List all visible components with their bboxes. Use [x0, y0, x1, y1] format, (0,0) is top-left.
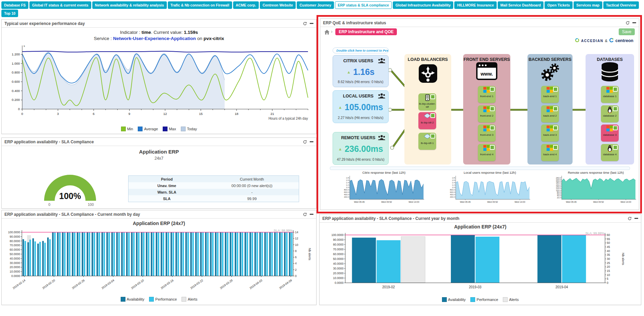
svg-text:1.200: 1.200 — [12, 52, 20, 56]
month-chart-legend: AvailabilityPerformanceAlerts — [2, 297, 316, 302]
tab[interactable]: ACME corp. — [233, 1, 259, 9]
svg-text:15: 15 — [607, 269, 610, 273]
infra-node[interactable]: database 3 — [601, 124, 619, 142]
tab[interactable]: Global IT status & current events — [29, 1, 91, 9]
refresh-icon[interactable] — [303, 22, 307, 26]
column-title: FRONT END SERVERS — [463, 54, 510, 62]
panel-body: Application ERP (24x7) 2019-022019-03201… — [320, 223, 641, 305]
tab[interactable]: Open Tickets — [545, 1, 573, 9]
service-link[interactable]: Network-User-Experience-Application — [113, 36, 196, 41]
status-ok-icon — [553, 145, 558, 150]
minimize-icon[interactable] — [310, 23, 313, 24]
infra-node[interactable]: lb-bip-idf-2 — [418, 112, 436, 129]
minimize-icon[interactable] — [632, 22, 636, 23]
svg-text:30.0000: 30.0000 — [333, 267, 344, 270]
user-group-box[interactable]: REMOTE USERS▲236.00ms47.29 hits/s (Hit e… — [333, 132, 389, 165]
load-balancer-icon — [404, 64, 451, 84]
infra-node[interactable]: back-end 2 — [541, 105, 559, 122]
svg-text:2019-03-16: 2019-03-16 — [160, 278, 174, 290]
refresh-icon[interactable] — [303, 140, 307, 144]
tab-bar: Database FSGlobal IT status & current ev… — [1, 1, 643, 18]
infra-node[interactable]: front-end 4 — [478, 144, 496, 161]
tab[interactable]: Centreon Website — [260, 1, 296, 9]
tab[interactable]: Customer Journey — [297, 1, 334, 9]
svg-text:8: 8 — [295, 249, 297, 253]
month-chart-title: Application ERP (24x7) — [2, 221, 316, 226]
user-group-box[interactable]: LOCAL USERS▲105.00ms2.27 hits/s (Hit err… — [333, 90, 389, 123]
svg-text:14: 14 — [295, 231, 298, 234]
node-label: back-end 3 — [541, 133, 559, 136]
tab[interactable]: Top 10 — [1, 10, 18, 17]
svg-text:SLA: 99.99%: SLA: 99.99% — [586, 232, 605, 235]
infra-node[interactable]: front-end 2 — [478, 105, 496, 122]
panel-title: ERP application availability - SLA Compl… — [322, 216, 628, 221]
status-ok-icon — [430, 94, 435, 99]
svg-text:Nb alerts: Nb alerts — [308, 248, 311, 261]
tab[interactable]: HILLMORE Insurance — [454, 1, 496, 9]
status-ok-icon — [490, 87, 495, 92]
infra-node[interactable]: lb-bip-cluster-idf — [418, 93, 436, 110]
sla-table-row: Warn. SLA- — [129, 189, 299, 195]
svg-text:0.0000: 0.0000 — [11, 274, 20, 278]
minimize-icon[interactable] — [310, 141, 313, 142]
infra-node[interactable]: database 2 — [601, 105, 619, 122]
tab[interactable]: Services map — [574, 1, 602, 9]
svg-text:2019-04: 2019-04 — [555, 285, 568, 289]
svg-text:40.0000: 40.0000 — [333, 262, 344, 265]
svg-text:45: 45 — [607, 245, 610, 249]
node-label: front-end 3 — [478, 133, 495, 136]
svg-text:35: 35 — [607, 253, 610, 256]
minimize-icon[interactable] — [634, 218, 638, 219]
response-time-value: 236.00ms — [345, 144, 383, 154]
infra-column: DATABASESdatabase 1database 2database 3d… — [586, 54, 634, 164]
tab[interactable]: Global Infrastructure Availability — [393, 1, 453, 9]
infra-node[interactable]: front-end 1 — [478, 86, 496, 103]
tab[interactable]: Mail Service Dashboard — [498, 1, 544, 9]
infra-node[interactable]: front-end 3 — [478, 124, 496, 142]
refresh-icon[interactable] — [303, 212, 307, 216]
svg-text:12: 12 — [295, 237, 298, 240]
svg-text:90.0000: 90.0000 — [333, 238, 344, 241]
svg-text:20: 20 — [607, 265, 610, 268]
infra-node[interactable]: database 4 — [601, 144, 619, 161]
svg-text:15: 15 — [199, 112, 203, 116]
response-time-value: 1.16s — [353, 67, 375, 77]
legend-item: Max — [163, 127, 176, 131]
svg-text:40: 40 — [607, 249, 610, 253]
panel-header: ERP application availability - SLA Compl… — [2, 210, 316, 219]
infra-node[interactable]: back-end 3 — [541, 124, 559, 142]
hits-rate-label: 2.27 hits/s (Hit errors: 0 hits/s) — [333, 116, 388, 120]
legend-item: Performance — [470, 297, 498, 302]
infra-node[interactable]: database 1 — [601, 86, 619, 103]
refresh-icon[interactable] — [626, 21, 630, 25]
infra-node[interactable]: back-end 1 — [541, 86, 559, 103]
legend-item: Today — [181, 127, 197, 131]
database-icon — [586, 62, 634, 83]
tab[interactable]: Trafic & Nb connection on Firewall — [168, 1, 232, 9]
tab[interactable]: ERP status & SLA compliance — [335, 1, 392, 9]
node-label: lb-bip-idf-2 — [419, 121, 436, 124]
svg-text:0.800: 0.800 — [12, 70, 20, 74]
status-ok-icon — [613, 106, 618, 111]
status-ok-icon — [613, 145, 618, 150]
infra-node[interactable]: back-end 4 — [541, 144, 559, 161]
svg-text:20.0000: 20.0000 — [333, 272, 344, 275]
hits-rate-label: 47.29 hits/s (Hit errors: 0 hits/s) — [333, 158, 388, 161]
browser-icon: www. — [463, 62, 510, 81]
users-icon — [378, 93, 386, 100]
svg-text:Hours of a typical 24h day: Hours of a typical 24h day — [268, 117, 308, 120]
status-ok-icon — [430, 113, 435, 118]
status-ok-icon — [490, 106, 495, 111]
infra-node[interactable]: lb-bip-idf-1 — [418, 133, 436, 150]
typical-day-legend: MinAverageMaxToday — [2, 127, 316, 131]
minimize-icon[interactable] — [310, 214, 313, 215]
user-group-box[interactable]: CITRIX USERS▲1.16s8.62 hits/s (Hit error… — [333, 55, 389, 87]
node-label: front-end 2 — [478, 114, 495, 117]
panel-header: ERP application availability - SLA Compl… — [2, 138, 316, 146]
gears-icon — [527, 62, 573, 83]
refresh-icon[interactable] — [628, 216, 632, 221]
tab[interactable]: Network availability & reliability analy… — [92, 1, 167, 9]
tab[interactable]: Tactical Overview — [603, 1, 639, 9]
tab[interactable]: Database FS — [1, 1, 28, 9]
panel-body: › ERP Infrastructure and QOE Save ACCEDI… — [320, 27, 639, 210]
